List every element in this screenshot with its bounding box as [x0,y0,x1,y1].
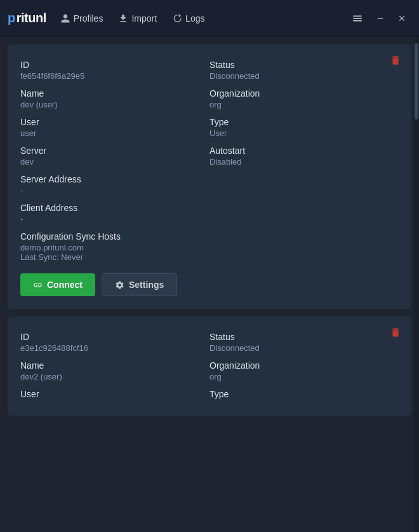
app-logo: pritunl [8,11,46,25]
minimize-button[interactable] [371,10,390,27]
trash-icon-2 [390,327,401,338]
import-nav-button[interactable]: Import [112,10,163,27]
delete-profile-2-button[interactable] [387,324,404,341]
profile-1-user-label: User [20,117,210,127]
logs-nav-label: Logs [185,13,204,24]
settings-profile-1-label: Settings [129,280,164,290]
profile-1-autostart-value: Disabled [210,157,399,167]
profile-2-status-label: Status [210,332,399,342]
profile-1-server-address-value: - [20,186,399,195]
scrollbar-thumb[interactable] [415,43,418,119]
profile-1-client-address-field: Client Address - [20,198,399,226]
profile-1-user-field: User user [20,112,210,140]
connect-profile-1-button[interactable]: Connect [20,273,95,296]
profile-2-grid: ID e3e1c926488fcf16 Status Disconnected … [20,327,399,403]
profile-1-server-value: dev [20,157,210,167]
profile-1-user-value: user [20,128,210,138]
profile-1-autostart-label: Autostart [210,146,399,156]
profile-2-name-value: dev2 (user) [20,372,210,381]
profile-1-org-value: org [210,100,399,109]
connect-link-icon [33,280,43,290]
profile-1-status-field: Status Disconnected [210,55,399,83]
settings-gear-icon [115,280,124,290]
profile-1-id-label: ID [20,60,210,70]
profile-1-id-value: fe654f6f6f6a29e5 [20,71,210,81]
menu-icon [352,13,363,24]
logs-nav-button[interactable]: Logs [166,10,211,27]
profiles-nav-label: Profiles [74,13,103,24]
profile-1-name-field: Name dev (user) [20,83,210,112]
profile-1-autostart-field: Autostart Disabled [210,140,399,169]
profile-2-type-label: Type [210,389,399,399]
profile-1-org-field: Organization org [210,83,399,112]
profile-card-1: ID fe654f6f6f6a29e5 Status Disconnected … [8,44,411,309]
profile-2-name-field: Name dev2 (user) [20,355,210,384]
import-icon [118,13,128,24]
profile-1-org-label: Organization [210,88,399,99]
profile-card-2: ID e3e1c926488fcf16 Status Disconnected … [8,317,411,416]
profile-1-sync-hosts-label: Configuration Sync Hosts [20,231,399,242]
profile-1-server-address-label: Server Address [20,174,399,184]
profile-2-type-field: Type [210,384,399,403]
delete-profile-1-button[interactable] [387,52,404,69]
profile-2-status-value: Disconnected [210,343,399,353]
minimize-icon [376,14,385,23]
logo-text: ritunl [17,11,46,25]
content-area: ID fe654f6f6f6a29e5 Status Disconnected … [0,37,419,423]
profile-1-client-address-value: - [20,214,399,224]
profile-1-btn-row: Connect Settings [20,273,399,296]
profile-1-type-label: Type [210,117,399,127]
profile-1-last-sync-value: Last Sync: Never [20,252,399,262]
profile-2-id-label: ID [20,332,210,342]
profile-1-grid: ID fe654f6f6f6a29e5 Status Disconnected … [20,55,399,264]
profile-1-server-field: Server dev [20,140,210,169]
profile-1-server-label: Server [20,146,210,156]
import-nav-label: Import [131,13,157,24]
profile-1-status-label: Status [210,60,399,70]
profile-2-user-field: User [20,384,210,403]
close-icon [397,14,406,23]
trash-icon [390,55,401,66]
profile-1-id-field: ID fe654f6f6f6a29e5 [20,55,210,83]
profile-2-id-field: ID e3e1c926488fcf16 [20,327,210,355]
logo-p: p [8,11,15,25]
profile-2-user-label: User [20,389,210,399]
settings-profile-1-button[interactable]: Settings [102,273,177,296]
profile-2-org-field: Organization org [210,355,399,384]
profiles-icon [60,13,70,24]
profile-1-type-value: User [210,128,399,138]
profile-2-status-field: Status Disconnected [210,327,399,355]
profile-1-name-value: dev (user) [20,100,210,109]
profile-1-type-field: Type User [210,112,399,140]
profile-2-org-value: org [210,372,399,381]
profile-1-status-value: Disconnected [210,71,399,81]
profile-2-org-label: Organization [210,360,399,371]
profile-1-name-label: Name [20,88,210,99]
profile-1-sync-host-value: demo.pritunl.com [20,243,399,252]
scrollbar-track[interactable] [414,37,419,532]
profile-1-server-address-field: Server Address - [20,169,399,198]
menu-button[interactable] [347,9,368,28]
connect-profile-1-label: Connect [47,280,83,290]
navbar: pritunl Profiles Import Logs [0,0,419,37]
close-button[interactable] [392,10,411,27]
profile-1-sync-hosts-field: Configuration Sync Hosts demo.pritunl.co… [20,226,399,264]
profiles-nav-button[interactable]: Profiles [54,10,110,27]
profile-2-id-value: e3e1c926488fcf16 [20,343,210,353]
profile-2-name-label: Name [20,360,210,371]
profile-1-client-address-label: Client Address [20,203,399,213]
logs-icon [172,13,182,24]
